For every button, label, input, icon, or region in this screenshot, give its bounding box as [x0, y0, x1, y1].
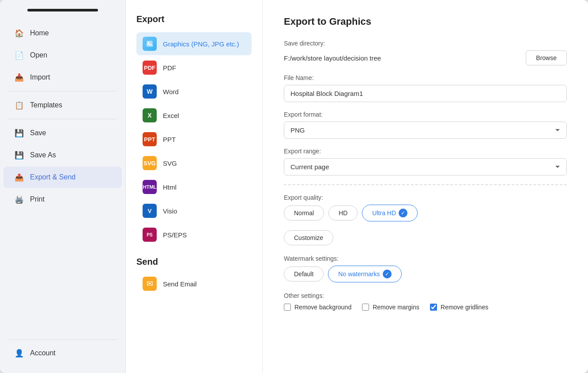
- selected-checkmark: ✓: [399, 209, 407, 217]
- quality-normal-button[interactable]: Normal: [284, 206, 324, 221]
- sidebar-item-save[interactable]: 💾 Save: [4, 122, 122, 144]
- sidebar-item-label: Templates: [30, 101, 62, 109]
- export-item-pdf[interactable]: PDF PDF: [136, 56, 252, 79]
- email-icon: ✉: [143, 277, 157, 291]
- export-item-word[interactable]: W Word: [136, 80, 252, 103]
- remove-background-item[interactable]: Remove background: [284, 304, 351, 311]
- visio-icon: V: [143, 204, 157, 218]
- sidebar: 🏠 Home 📄 Open 📥 Import 📋 Templates 💾 Sav…: [0, 0, 126, 373]
- sidebar-item-label: Save: [30, 129, 46, 137]
- export-range-label: Export range:: [284, 148, 567, 155]
- file-name-label: File Name:: [284, 74, 567, 81]
- export-item-label: PDF: [163, 64, 176, 72]
- sidebar-item-print[interactable]: 🖨️ Print: [4, 189, 122, 210]
- sidebar-divider-2: [9, 119, 117, 119]
- right-panel-title: Export to Graphics: [284, 16, 567, 27]
- export-format-select[interactable]: PNG JPG BMP SVG TIFF: [284, 122, 567, 139]
- browse-button[interactable]: Browse: [526, 50, 567, 65]
- remove-background-label: Remove background: [294, 304, 351, 311]
- pdf-icon: PDF: [143, 61, 157, 75]
- export-quality-label: Export quality:: [284, 194, 567, 201]
- other-settings-row: Remove background Remove margins Remove …: [284, 304, 567, 311]
- export-item-label: PS/EPS: [163, 231, 187, 239]
- watermark-label: Watermark settings:: [284, 255, 567, 262]
- export-send-icon: 📤: [14, 172, 24, 182]
- svg-point-1: [148, 42, 150, 44]
- remove-margins-item[interactable]: Remove margins: [362, 304, 419, 311]
- sidebar-item-account[interactable]: 👤 Account: [4, 343, 122, 364]
- quality-label: Normal: [294, 209, 314, 217]
- sidebar-item-label: Import: [30, 73, 50, 81]
- export-item-html[interactable]: HTML Html: [136, 175, 252, 198]
- sidebar-item-save-as[interactable]: 💾 Save As: [4, 145, 122, 166]
- remove-background-checkbox[interactable]: [284, 304, 291, 311]
- export-item-visio[interactable]: V Visio: [136, 199, 252, 222]
- customize-row: Customize: [284, 226, 567, 245]
- sidebar-item-open[interactable]: 📄 Open: [4, 45, 122, 66]
- export-item-label: Graphics (PNG, JPG etc.): [163, 40, 239, 48]
- save-icon: 💾: [14, 128, 24, 138]
- watermark-checkmark: ✓: [383, 270, 392, 278]
- quality-ultra-hd-button[interactable]: Ultra HD ✓: [362, 205, 418, 221]
- export-section-title: Export: [136, 14, 252, 24]
- sidebar-item-label: Open: [30, 51, 47, 59]
- svg-rect-0: [147, 41, 153, 47]
- quality-options-row: Normal HD Ultra HD ✓: [284, 205, 567, 221]
- remove-gridlines-checkbox[interactable]: [430, 304, 437, 311]
- quality-label: Ultra HD: [372, 209, 396, 217]
- sidebar-bottom: 👤 Account: [0, 337, 125, 364]
- remove-gridlines-label: Remove gridlines: [441, 304, 488, 311]
- sidebar-item-export-send[interactable]: 📤 Export & Send: [4, 167, 122, 188]
- sidebar-divider: [9, 91, 117, 91]
- export-item-label: Send Email: [163, 280, 197, 288]
- quality-hd-button[interactable]: HD: [328, 206, 358, 221]
- export-item-pseps[interactable]: PS PS/EPS: [136, 223, 252, 246]
- home-icon: 🏠: [14, 28, 24, 38]
- open-icon: 📄: [14, 50, 24, 60]
- sidebar-item-label: Home: [30, 29, 49, 37]
- sidebar-item-label: Save As: [30, 151, 56, 159]
- app-window: 🏠 Home 📄 Open 📥 Import 📋 Templates 💾 Sav…: [0, 0, 588, 373]
- export-item-excel[interactable]: X Excel: [136, 104, 252, 127]
- save-directory-label: Save directory:: [284, 40, 567, 47]
- watermark-default-button[interactable]: Default: [284, 266, 324, 282]
- save-as-icon: 💾: [14, 150, 24, 160]
- export-range-select[interactable]: Current page All pages Selected pages: [284, 158, 567, 175]
- export-item-graphics[interactable]: Graphics (PNG, JPG etc.): [136, 32, 252, 55]
- export-item-label: Visio: [163, 207, 177, 215]
- graphics-icon: [143, 37, 157, 51]
- export-item-label: Word: [163, 88, 179, 95]
- sidebar-item-label: Print: [30, 195, 45, 203]
- quality-label: HD: [339, 209, 347, 217]
- right-panel: Export to Graphics Save directory: F:/wo…: [263, 0, 588, 373]
- pseps-icon: PS: [143, 228, 157, 242]
- save-directory-value: F:/work/store layout/decision tree: [284, 54, 520, 62]
- watermark-label-btn: Default: [294, 270, 313, 278]
- save-directory-row: F:/work/store layout/decision tree Brows…: [284, 50, 567, 65]
- file-name-input[interactable]: [284, 85, 567, 102]
- remove-margins-checkbox[interactable]: [362, 304, 369, 311]
- export-item-label: PPT: [163, 136, 176, 143]
- export-item-label: Excel: [163, 112, 179, 119]
- export-item-ppt[interactable]: PPT PPT: [136, 128, 252, 151]
- remove-gridlines-item[interactable]: Remove gridlines: [430, 304, 488, 311]
- account-icon: 👤: [14, 348, 24, 358]
- other-settings-label: Other settings:: [284, 292, 567, 299]
- watermark-options-row: Default No watermarks ✓: [284, 266, 567, 282]
- customize-button[interactable]: Customize: [284, 230, 333, 245]
- sidebar-item-import[interactable]: 📥 Import: [4, 67, 122, 88]
- export-item-label: Html: [163, 183, 177, 191]
- sidebar-item-home[interactable]: 🏠 Home: [4, 23, 122, 44]
- ppt-icon: PPT: [143, 132, 157, 146]
- sidebar-item-templates[interactable]: 📋 Templates: [4, 95, 122, 116]
- sidebar-item-label: Export & Send: [30, 173, 75, 181]
- watermark-none-button[interactable]: No watermarks ✓: [328, 266, 401, 282]
- export-item-send-email[interactable]: ✉ Send Email: [136, 272, 252, 295]
- export-item-svg[interactable]: SVG SVG: [136, 152, 252, 175]
- send-section-title: Send: [136, 257, 252, 267]
- export-item-label: SVG: [163, 160, 177, 167]
- sidebar-divider-3: [9, 339, 117, 340]
- word-icon: W: [143, 84, 157, 99]
- sidebar-item-label: Account: [30, 349, 56, 357]
- top-bar: [27, 9, 98, 11]
